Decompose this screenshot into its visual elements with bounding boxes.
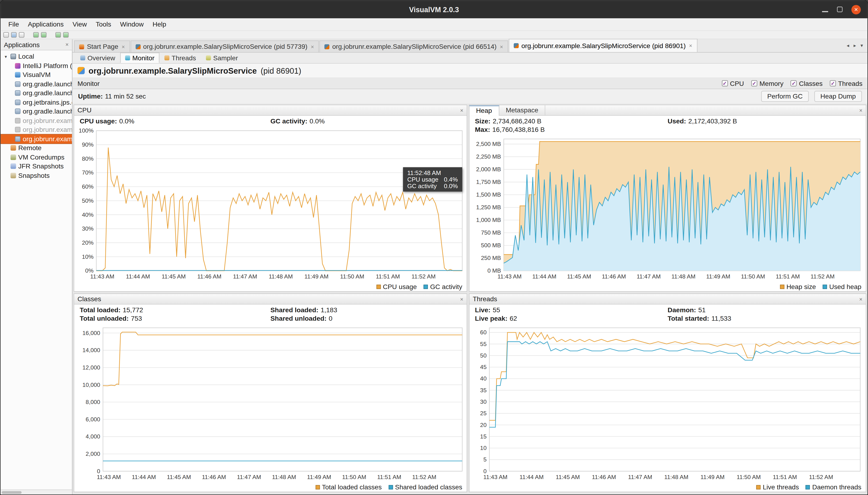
svg-text:11:45 AM: 11:45 AM [167, 474, 191, 480]
sampler-icon [206, 55, 211, 60]
perform-gc-button[interactable]: Perform GC [761, 91, 809, 102]
menu-view[interactable]: View [68, 18, 91, 31]
tab-list-icon[interactable]: ▾ [861, 43, 863, 48]
threads-stats: Live:55 Daemon:51 Live peak:62 Total sta… [469, 305, 866, 323]
tab-pid-57739[interactable]: org.jobrunr.example.SalarySlipMicroServi… [131, 40, 319, 52]
checkbox-checked-icon[interactable]: ✓ [791, 80, 797, 86]
checkbox-checked-icon[interactable]: ✓ [751, 80, 757, 86]
sidebar-close-icon[interactable]: × [66, 41, 69, 48]
panel-close-icon[interactable]: × [859, 296, 863, 302]
checkbox-memory[interactable]: ✓ Memory [751, 80, 784, 87]
tab-pid-86901[interactable]: org.jobrunr.example.SalarySlipMicroServi… [509, 39, 697, 52]
tab-start-page[interactable]: Start Page × [74, 40, 130, 52]
page-title: org.jobrunr.example.SalarySlipMicroServi… [72, 64, 868, 78]
applications-tree: ▾ Local IntelliJ Platform (p VisualVM or… [0, 50, 72, 495]
toolbar-gc-icon[interactable] [55, 32, 61, 38]
maximize-icon[interactable] [837, 6, 843, 12]
svg-text:11:46 AM: 11:46 AM [592, 474, 616, 480]
uptime: Uptime:11 min 52 sec [78, 92, 146, 100]
toolbar-heapdump-icon[interactable] [63, 32, 69, 38]
panel-close-icon[interactable]: × [460, 107, 463, 113]
tab-scroll-right-icon[interactable]: ▸ [854, 43, 856, 48]
close-icon[interactable]: × [851, 5, 861, 14]
tree-item-jobrunr-terminated-1[interactable]: org.jobrunr.examp [0, 116, 72, 125]
tree-item-remote[interactable]: Remote [0, 143, 72, 153]
checkbox-threads[interactable]: ✓ Threads [830, 80, 862, 87]
toolbar-open-icon[interactable] [11, 32, 17, 38]
tab-close-icon[interactable]: × [500, 44, 503, 50]
toolbar-applications-icon[interactable] [3, 32, 9, 38]
sidebar-hscrollbar[interactable] [0, 489, 72, 494]
classes-chart[interactable]: 02,0004,0006,0008,00010,00012,00014,0001… [74, 323, 467, 482]
tab-close-icon[interactable]: × [311, 44, 314, 50]
legend-item: Total loaded classes [315, 483, 382, 491]
tree-item-local[interactable]: ▾ Local [0, 52, 72, 61]
panel-close-icon[interactable]: × [859, 107, 863, 113]
legend-item: GC activity [423, 283, 462, 290]
svg-text:80%: 80% [82, 156, 93, 162]
heap-chart[interactable]: 0 MB250 MB500 MB750 MB1,000 MB1,250 MB1,… [469, 135, 866, 282]
tree-item-vm-coredumps[interactable]: VM Coredumps [0, 153, 72, 161]
toolbar-snapshot-icon[interactable] [41, 32, 47, 38]
threads-panel-header[interactable]: Threads × [469, 294, 866, 305]
sidebar-title: Applications [4, 40, 40, 48]
expander-icon[interactable]: ▾ [3, 54, 8, 59]
tab-close-icon[interactable]: × [689, 43, 692, 49]
svg-text:11:48 AM: 11:48 AM [672, 273, 696, 280]
classes-panel-header[interactable]: Classes × [74, 294, 467, 305]
svg-text:70%: 70% [82, 169, 93, 176]
svg-text:6,000: 6,000 [86, 416, 100, 423]
minimize-icon[interactable] [822, 11, 828, 12]
svg-text:60: 60 [480, 329, 487, 336]
tab-pid-66514[interactable]: org.jobrunr.example.SalarySlipMicroServi… [319, 40, 508, 52]
tab-sampler[interactable]: Sampler [201, 53, 243, 63]
toolbar-save-icon[interactable] [19, 32, 24, 38]
checkbox-checked-icon[interactable]: ✓ [830, 80, 836, 86]
cpu-panel-header[interactable]: CPU × [74, 105, 467, 116]
menu-applications[interactable]: Applications [23, 18, 68, 31]
menu-file[interactable]: File [4, 18, 23, 31]
tree-item-jfr-snapshots[interactable]: JFR Snapshots [0, 161, 72, 171]
tree-item-gradle-2[interactable]: org.gradle.launche [0, 89, 72, 98]
menu-tools[interactable]: Tools [91, 18, 116, 31]
chart-tooltip: 11:52:48 AM CPU usage0.4% GC activity0.0… [403, 167, 462, 192]
tree-item-jobrunr-terminated-2[interactable]: org.jobrunr.examp [0, 125, 72, 134]
scrollbar-thumb[interactable] [2, 491, 22, 494]
heap-dump-button[interactable]: Heap Dump [814, 91, 862, 102]
window-controls: × [822, 0, 861, 18]
tab-close-icon[interactable]: × [122, 44, 125, 50]
uptime-value: 11 min 52 sec [105, 92, 146, 100]
svg-text:11:48 AM: 11:48 AM [268, 273, 293, 280]
tab-metaspace[interactable]: Metaspace [499, 105, 546, 116]
tree-item-jetbrains-jps[interactable]: org.jetbrains.jps.cm [0, 98, 72, 107]
tree-item-gradle-1[interactable]: org.gradle.launche [0, 80, 72, 89]
threads-panel-title: Threads [473, 295, 497, 303]
svg-text:2,500 MB: 2,500 MB [476, 141, 501, 147]
start-page-icon [79, 44, 84, 49]
application-icon [77, 67, 85, 74]
sidebar-header[interactable]: Applications × [0, 39, 72, 50]
checkbox-checked-icon[interactable]: ✓ [722, 80, 728, 86]
checkbox-cpu[interactable]: ✓ CPU [722, 80, 744, 87]
tree-item-gradle-3[interactable]: org.gradle.launche [0, 107, 72, 116]
legend-item: Heap size [780, 283, 816, 290]
menu-window[interactable]: Window [116, 18, 148, 31]
tree-item-visualvm[interactable]: VisualVM [0, 70, 72, 80]
tab-scroll-left-icon[interactable]: ◂ [847, 43, 849, 48]
panel-close-icon[interactable]: × [460, 296, 463, 302]
tab-overview[interactable]: Overview [75, 53, 120, 63]
tree-item-snapshots[interactable]: Snapshots [0, 171, 72, 180]
tree-item-intellij[interactable]: IntelliJ Platform (p [0, 61, 72, 70]
svg-text:30%: 30% [82, 225, 93, 232]
threads-chart[interactable]: 05101520253035404550556011:43 AM11:44 AM… [469, 323, 866, 482]
tab-threads[interactable]: Threads [159, 53, 201, 63]
tree-item-jobrunr-selected[interactable]: org.jobrunr.examp [0, 134, 72, 143]
tab-monitor[interactable]: Monitor [120, 53, 159, 63]
title-bar[interactable]: VisualVM 2.0.3 × [0, 0, 867, 18]
menu-help[interactable]: Help [148, 18, 171, 31]
svg-text:11:51 AM: 11:51 AM [773, 474, 797, 480]
toolbar-add-icon[interactable] [33, 32, 39, 38]
tab-heap[interactable]: Heap [469, 105, 499, 116]
cpu-chart[interactable]: 11:52:48 AM CPU usage0.4% GC activity0.0… [74, 126, 467, 282]
checkbox-classes[interactable]: ✓ Classes [791, 80, 822, 87]
